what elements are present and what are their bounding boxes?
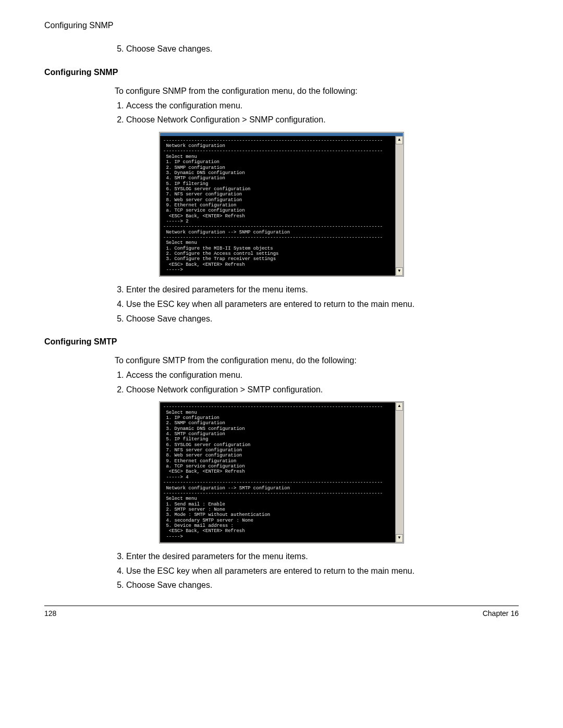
list-item: Choose Save changes. — [126, 43, 519, 55]
smtp-steps-a: Access the configuration menu. Choose Ne… — [115, 369, 519, 395]
snmp-intro: To configure SNMP from the configuration… — [115, 87, 519, 96]
scroll-down-icon[interactable]: ▼ — [396, 534, 403, 542]
running-header: Configuring SNMP — [44, 21, 519, 30]
smtp-intro: To configure SMTP from the configuration… — [115, 356, 519, 365]
list-item: Enter the desired parameters for the men… — [126, 551, 519, 562]
list-item: Enter the desired parameters for the men… — [126, 284, 519, 295]
page-number: 128 — [44, 609, 56, 618]
scrollbar[interactable]: ▲ ▼ — [395, 136, 403, 276]
scroll-down-icon[interactable]: ▼ — [396, 267, 403, 276]
list-item: Access the configuration menu. — [126, 369, 519, 381]
scroll-up-icon[interactable]: ▲ — [396, 402, 403, 411]
terminal-screenshot-smtp: ----------------------------------------… — [159, 401, 404, 544]
snmp-steps-b: Enter the desired parameters for the men… — [115, 284, 519, 324]
section-title-snmp: Configuring SNMP — [44, 68, 519, 77]
terminal-text: ----------------------------------------… — [160, 402, 395, 542]
list-item: Choose Save changes. — [126, 313, 519, 325]
list-item: Use the ESC key when all parameters are … — [126, 565, 519, 577]
snmp-steps-a: Access the configuration menu. Choose Ne… — [115, 100, 519, 126]
list-item: Choose Network configuration > SMTP conf… — [126, 384, 519, 396]
scrollbar[interactable]: ▲ ▼ — [395, 402, 403, 542]
prior-steps-list: Choose Save changes. — [115, 43, 519, 55]
list-item: Choose Save changes. — [126, 579, 519, 591]
terminal-text: ----------------------------------------… — [160, 136, 395, 276]
list-item: Choose Network Configuration > SNMP conf… — [126, 114, 519, 126]
footer-rule — [44, 606, 519, 606]
list-item: Access the configuration menu. — [126, 100, 519, 112]
terminal-screenshot-snmp: ----------------------------------------… — [159, 132, 404, 277]
smtp-steps-b: Enter the desired parameters for the men… — [115, 551, 519, 591]
list-item: Use the ESC key when all parameters are … — [126, 299, 519, 310]
scroll-up-icon[interactable]: ▲ — [396, 136, 403, 144]
chapter-label: Chapter 16 — [483, 609, 519, 618]
section-title-smtp: Configuring SMTP — [44, 337, 519, 347]
